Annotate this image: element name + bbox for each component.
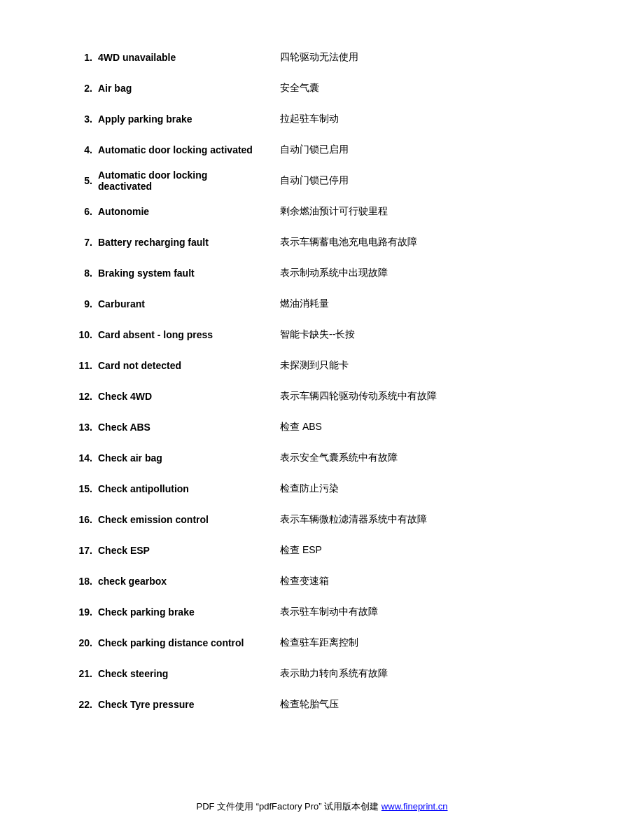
item-number: 18. [70, 566, 98, 597]
list-item: 18.check gearbox检查变速箱 [70, 566, 574, 597]
item-chinese: 拉起驻车制动 [280, 104, 574, 134]
item-english: Apply parking brake [98, 104, 280, 134]
item-english: Check antipollution [98, 473, 280, 504]
item-number: 15. [70, 473, 98, 504]
item-english: Automatic door locking deactivated [98, 165, 280, 196]
item-chinese: 检查变速箱 [280, 566, 574, 597]
list-item: 1.4WD unavailable四轮驱动无法使用 [70, 42, 574, 73]
item-number: 3. [70, 104, 98, 134]
item-chinese: 检查 ESP [280, 535, 574, 566]
item-number: 11. [70, 350, 98, 381]
item-chinese: 表示安全气囊系统中有故障 [280, 443, 574, 473]
list-item: 5.Automatic door locking deactivated自动门锁… [70, 165, 574, 196]
item-chinese: 智能卡缺失--长按 [280, 319, 574, 350]
item-chinese: 自动门锁已停用 [280, 165, 574, 196]
item-number: 7. [70, 227, 98, 258]
item-english: Automatic door locking activated [98, 134, 280, 165]
list-item: 12.Check 4WD表示车辆四轮驱动传动系统中有故障 [70, 381, 574, 412]
list-item: 6.Autonomie剩余燃油预计可行驶里程 [70, 196, 574, 227]
item-english: Check steering [98, 658, 280, 689]
item-number: 9. [70, 289, 98, 319]
list-item: 14.Check air bag表示安全气囊系统中有故障 [70, 443, 574, 473]
list-item: 3.Apply parking brake拉起驻车制动 [70, 104, 574, 134]
item-number: 10. [70, 319, 98, 350]
item-number: 13. [70, 412, 98, 443]
item-english: Check ESP [98, 535, 280, 566]
item-chinese: 自动门锁已启用 [280, 134, 574, 165]
main-content: 1.4WD unavailable四轮驱动无法使用2.Air bag安全气囊3.… [0, 42, 644, 720]
item-english: Check ABS [98, 412, 280, 443]
item-english: Battery recharging fault [98, 227, 280, 258]
item-chinese: 未探测到只能卡 [280, 350, 574, 381]
list-item: 4.Automatic door locking activated自动门锁已启… [70, 134, 574, 165]
item-english: Air bag [98, 73, 280, 104]
item-english: Card absent - long press [98, 319, 280, 350]
list-item: 19.Check parking brake表示驻车制动中有故障 [70, 597, 574, 627]
list-item: 11.Card not detected未探测到只能卡 [70, 350, 574, 381]
item-number: 22. [70, 689, 98, 720]
item-english: Check Tyre pressure [98, 689, 280, 720]
item-chinese: 剩余燃油预计可行驶里程 [280, 196, 574, 227]
item-english: Check parking distance control [98, 627, 280, 658]
item-english: Check emission control [98, 504, 280, 535]
item-chinese: 检查轮胎气压 [280, 689, 574, 720]
list-item: 13.Check ABS检查 ABS [70, 412, 574, 443]
item-number: 14. [70, 443, 98, 473]
item-number: 21. [70, 658, 98, 689]
item-number: 2. [70, 73, 98, 104]
item-number: 8. [70, 258, 98, 289]
item-chinese: 表示车辆蓄电池充电电路有故障 [280, 227, 574, 258]
item-english: Card not detected [98, 350, 280, 381]
item-english: check gearbox [98, 566, 280, 597]
item-english: Carburant [98, 289, 280, 319]
list-item: 10.Card absent - long press智能卡缺失--长按 [70, 319, 574, 350]
list-item: 15.Check antipollution检查防止污染 [70, 473, 574, 504]
items-table: 1.4WD unavailable四轮驱动无法使用2.Air bag安全气囊3.… [70, 42, 574, 720]
footer: PDF 文件使用 “pdfFactory Pro” 试用版本创建 www.fin… [0, 800, 644, 813]
list-item: 22.Check Tyre pressure检查轮胎气压 [70, 689, 574, 720]
item-english: Check parking brake [98, 597, 280, 627]
item-english: Check air bag [98, 443, 280, 473]
item-chinese: 表示制动系统中出现故障 [280, 258, 574, 289]
list-item: 8.Braking system fault表示制动系统中出现故障 [70, 258, 574, 289]
item-english: 4WD unavailable [98, 42, 280, 73]
item-chinese: 检查防止污染 [280, 473, 574, 504]
item-chinese: 燃油消耗量 [280, 289, 574, 319]
item-chinese: 检查驻车距离控制 [280, 627, 574, 658]
list-item: 17.Check ESP检查 ESP [70, 535, 574, 566]
item-number: 16. [70, 504, 98, 535]
item-number: 1. [70, 42, 98, 73]
item-chinese: 检查 ABS [280, 412, 574, 443]
item-chinese: 安全气囊 [280, 73, 574, 104]
list-item: 2.Air bag安全气囊 [70, 73, 574, 104]
item-number: 17. [70, 535, 98, 566]
item-english: Autonomie [98, 196, 280, 227]
item-number: 19. [70, 597, 98, 627]
item-number: 4. [70, 134, 98, 165]
item-number: 6. [70, 196, 98, 227]
footer-text: PDF 文件使用 “pdfFactory Pro” 试用版本创建 [196, 801, 381, 812]
list-item: 16.Check emission control表示车辆微粒滤清器系统中有故障 [70, 504, 574, 535]
item-number: 20. [70, 627, 98, 658]
item-chinese: 表示助力转向系统有故障 [280, 658, 574, 689]
list-item: 21.Check steering表示助力转向系统有故障 [70, 658, 574, 689]
list-item: 9.Carburant燃油消耗量 [70, 289, 574, 319]
list-item: 7.Battery recharging fault表示车辆蓄电池充电电路有故障 [70, 227, 574, 258]
item-chinese: 表示车辆四轮驱动传动系统中有故障 [280, 381, 574, 412]
item-number: 5. [70, 165, 98, 196]
list-item: 20.Check parking distance control检查驻车距离控… [70, 627, 574, 658]
item-english: Check 4WD [98, 381, 280, 412]
item-english: Braking system fault [98, 258, 280, 289]
footer-link[interactable]: www.fineprint.cn [382, 801, 448, 812]
item-number: 12. [70, 381, 98, 412]
item-chinese: 表示车辆微粒滤清器系统中有故障 [280, 504, 574, 535]
item-chinese: 四轮驱动无法使用 [280, 42, 574, 73]
item-chinese: 表示驻车制动中有故障 [280, 597, 574, 627]
